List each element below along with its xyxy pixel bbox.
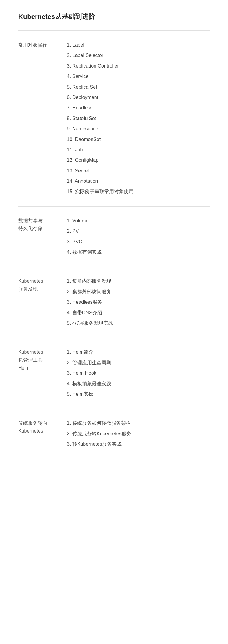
section-label-0: 常用对象操作 xyxy=(18,40,67,197)
section-items-2: 1. 集群内部服务发现2. 集群外部访问服务3. Headless服务4. 自带… xyxy=(67,276,210,328)
list-item: 2. PV xyxy=(67,226,210,236)
list-item: 3. Headless服务 xyxy=(67,297,210,307)
list-item: 5. Replica Set xyxy=(67,82,210,92)
list-item: 7. Headless xyxy=(67,103,210,113)
section-4: 传统服务转向Kubernetes1. 传统服务如何转微服务架构2. 传统服务转K… xyxy=(18,409,210,458)
list-item: 3. 转Kubernetes服务实战 xyxy=(67,439,210,449)
list-item: 3. PVC xyxy=(67,237,210,247)
section-label-1: 数据共享与持久化存储 xyxy=(18,216,67,258)
list-item: 10. DaemonSet xyxy=(67,134,210,145)
list-item: 2. 集群外部访问服务 xyxy=(67,287,210,297)
list-item: 1. 传统服务如何转微服务架构 xyxy=(67,418,210,428)
list-item: 2. 传统服务转Kubernetes服务 xyxy=(67,429,210,439)
list-item: 11. Job xyxy=(67,145,210,155)
list-item: 3. Helm Hook xyxy=(67,368,210,378)
divider-4 xyxy=(18,459,210,459)
list-item: 2. 管理应用生命周期 xyxy=(67,358,210,368)
list-item: 4. Service xyxy=(67,71,210,82)
list-item: 4. 模板抽象最佳实践 xyxy=(67,379,210,389)
section-3: Kubernetes包管理工具Helm1. Helm简介2. 管理应用生命周期3… xyxy=(18,338,210,409)
page-title: Kubernetes从基础到进阶 xyxy=(18,12,210,21)
list-item: 13. Secret xyxy=(67,166,210,176)
page-container: Kubernetes从基础到进阶 常用对象操作1. Label2. Label … xyxy=(0,0,228,477)
section-items-1: 1. Volume2. PV3. PVC4. 数据存储实战 xyxy=(67,216,210,258)
section-items-4: 1. 传统服务如何转微服务架构2. 传统服务转Kubernetes服务3. 转K… xyxy=(67,418,210,449)
section-label-2: Kubernetes服务发现 xyxy=(18,276,67,328)
list-item: 6. Deployment xyxy=(67,92,210,103)
list-item: 4. 数据存储实战 xyxy=(67,247,210,257)
section-label-3: Kubernetes包管理工具Helm xyxy=(18,347,67,399)
list-item: 4. 自带DNS介绍 xyxy=(67,308,210,318)
section-label-4: 传统服务转向Kubernetes xyxy=(18,418,67,449)
list-item: 1. Helm简介 xyxy=(67,347,210,357)
section-1: 数据共享与持久化存储1. Volume2. PV3. PVC4. 数据存储实战 xyxy=(18,207,210,267)
list-item: 5. 4/7层服务发现实战 xyxy=(67,318,210,328)
list-item: 12. ConfigMap xyxy=(67,155,210,165)
list-item: 14. Annotation xyxy=(67,176,210,186)
list-item: 9. Namespace xyxy=(67,124,210,134)
list-item: 15. 实际例子串联常用对象使用 xyxy=(67,186,210,197)
section-0: 常用对象操作1. Label2. Label Selector3. Replic… xyxy=(18,31,210,206)
list-item: 8. StatefulSet xyxy=(67,113,210,124)
section-items-3: 1. Helm简介2. 管理应用生命周期3. Helm Hook4. 模板抽象最… xyxy=(67,347,210,399)
list-item: 1. 集群内部服务发现 xyxy=(67,276,210,286)
list-item: 1. Volume xyxy=(67,216,210,226)
list-item: 5. Helm实操 xyxy=(67,389,210,399)
list-item: 1. Label xyxy=(67,40,210,50)
section-2: Kubernetes服务发现1. 集群内部服务发现2. 集群外部访问服务3. H… xyxy=(18,267,210,338)
section-items-0: 1. Label2. Label Selector3. Replication … xyxy=(67,40,210,197)
list-item: 3. Replication Controller xyxy=(67,61,210,71)
list-item: 2. Label Selector xyxy=(67,50,210,61)
